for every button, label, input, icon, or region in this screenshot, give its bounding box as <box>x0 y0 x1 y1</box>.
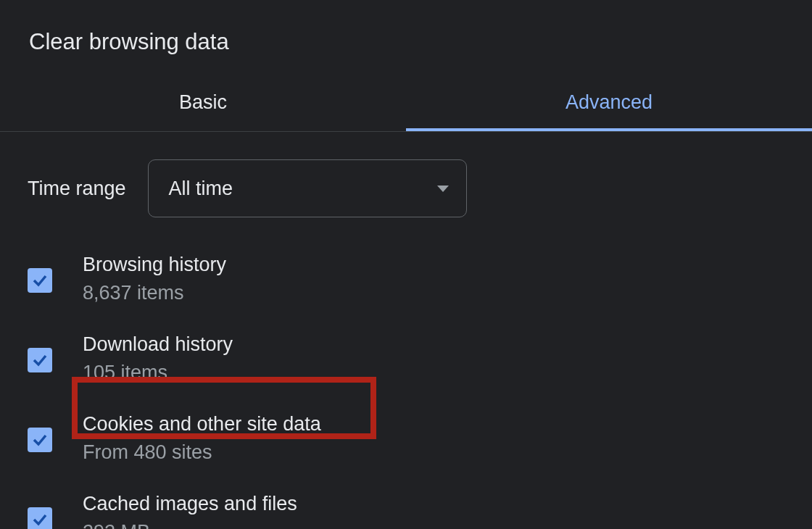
option-subtitle: 8,637 items <box>83 282 226 304</box>
option-browsing-history[interactable]: Browsing history 8,637 items <box>28 239 784 319</box>
option-subtitle: 105 items <box>83 362 233 384</box>
option-text: Cookies and other site data From 480 sit… <box>83 413 321 464</box>
tabs: Basic Advanced <box>0 80 812 132</box>
option-subtitle: From 480 sites <box>83 441 321 464</box>
tab-advanced[interactable]: Advanced <box>406 80 812 131</box>
chevron-down-icon <box>437 186 449 192</box>
option-text: Cached images and files 292 MB <box>83 493 297 529</box>
option-cookies[interactable]: Cookies and other site data From 480 sit… <box>28 399 784 478</box>
tab-basic[interactable]: Basic <box>0 80 406 131</box>
option-title: Cookies and other site data <box>83 413 321 436</box>
option-cached-images[interactable]: Cached images and files 292 MB <box>28 478 784 529</box>
check-icon <box>31 351 49 369</box>
checkbox-cached-images[interactable] <box>28 507 52 529</box>
clear-browsing-data-dialog: Clear browsing data Basic Advanced Time … <box>0 0 812 529</box>
checkbox-download-history[interactable] <box>28 348 52 372</box>
option-subtitle: 292 MB <box>83 521 297 529</box>
option-title: Cached images and files <box>83 493 297 515</box>
check-icon <box>31 511 49 528</box>
checkbox-browsing-history[interactable] <box>28 268 52 293</box>
option-title: Browsing history <box>83 254 226 276</box>
option-text: Download history 105 items <box>83 333 233 384</box>
option-title: Download history <box>83 333 233 356</box>
time-range-row: Time range All time <box>28 146 784 239</box>
check-icon <box>31 431 49 449</box>
time-range-label: Time range <box>28 178 126 200</box>
dialog-title: Clear browsing data <box>0 0 812 55</box>
time-range-select[interactable]: All time <box>148 159 467 217</box>
option-download-history[interactable]: Download history 105 items <box>28 319 784 399</box>
checkbox-cookies[interactable] <box>28 428 52 452</box>
option-text: Browsing history 8,637 items <box>83 254 226 304</box>
check-icon <box>31 272 49 289</box>
time-range-selected-value: All time <box>169 178 233 200</box>
dialog-content: Time range All time Browsing history 8,6… <box>0 132 812 529</box>
